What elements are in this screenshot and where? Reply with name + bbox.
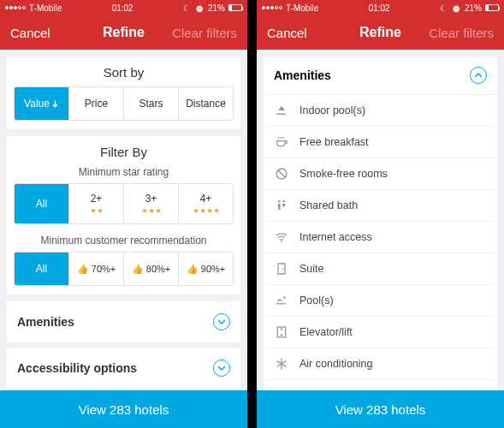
swimmer-icon <box>274 293 289 308</box>
accordion-amenities[interactable]: Amenities <box>7 301 240 342</box>
amenity-shared-bath[interactable]: Shared bath <box>264 190 497 222</box>
amenity-suite[interactable]: Suite <box>264 253 497 285</box>
view-hotels-button[interactable]: View 283 hotels <box>257 390 504 428</box>
moon-icon: ☾ <box>440 3 448 13</box>
star-rating-label: Minimum star rating <box>7 166 240 178</box>
alarm-icon: ⏰ <box>451 3 461 13</box>
rec-segmented: All 👍 70%+ 👍 80%+ 👍 90%+ <box>14 252 234 286</box>
amenity-label: Shared bath <box>299 199 358 211</box>
battery-icon <box>485 4 499 11</box>
page-title: Refine <box>103 25 145 40</box>
coffee-icon <box>274 134 289 150</box>
signal-dots-icon <box>262 6 282 9</box>
stars-2-icon: ★★ <box>90 206 104 215</box>
svg-point-3 <box>283 296 286 299</box>
amenity-children[interactable]: Children's activities <box>264 380 497 390</box>
signal-dots-icon <box>5 6 26 9</box>
alarm-icon: ⏰ <box>194 3 205 13</box>
accordion-accessibility[interactable]: Accessibility options <box>7 348 240 389</box>
amenity-label: Suite <box>299 263 324 275</box>
accordion-label: Accessibility options <box>17 361 137 375</box>
screen-amenities: T-Mobile 01:02 ☾ ⏰ 21% Cancel Refine Cle… <box>257 0 504 428</box>
amenity-label: Pool(s) <box>299 294 334 306</box>
svg-point-1 <box>278 200 281 203</box>
rec-option-all[interactable]: All <box>15 253 69 285</box>
star-option-4plus[interactable]: 4+★★★★ <box>179 184 233 223</box>
chevron-down-icon <box>213 313 230 330</box>
amenity-ac[interactable]: Air conditioning <box>264 348 497 380</box>
clock-label: 01:02 <box>369 3 390 13</box>
amenity-label: Smoke-free rooms <box>299 168 388 180</box>
star-option-3plus[interactable]: 3+★★★ <box>124 184 179 223</box>
sort-title: Sort by <box>7 65 240 80</box>
sort-segmented: Value➔ Price Stars Distance <box>14 86 234 121</box>
clock-label: 01:02 <box>112 3 133 13</box>
star-option-all[interactable]: All <box>15 184 69 223</box>
amenity-label: Free breakfast <box>299 136 369 148</box>
thumb-up-icon: 👍 <box>77 264 89 274</box>
amenities-title: Amenities <box>274 68 331 82</box>
carrier-label: T-Mobile <box>29 3 62 13</box>
chevron-down-icon <box>213 360 230 377</box>
amenities-list: Indoor pool(s) Free breakfast Smoke-free… <box>264 95 497 390</box>
sort-direction-icon: ➔ <box>50 100 61 108</box>
navbar: Cancel Refine Clear filters <box>0 15 247 50</box>
cancel-button[interactable]: Cancel <box>267 26 335 40</box>
battery-pct: 21% <box>465 3 482 13</box>
thumb-up-icon: 👍 <box>132 264 144 274</box>
content-area: Sort by Value➔ Price Stars Distance Filt… <box>0 50 247 390</box>
sort-option-value[interactable]: Value➔ <box>15 87 69 120</box>
view-hotels-button[interactable]: View 283 hotels <box>0 390 247 428</box>
sort-section: Sort by Value➔ Price Stars Distance <box>7 56 240 129</box>
sort-option-price[interactable]: Price <box>69 87 124 120</box>
star-segmented: All 2+★★ 3+★★★ 4+★★★★ <box>14 183 234 224</box>
filter-section: Filter By Minimum star rating All 2+★★ 3… <box>7 136 240 294</box>
rec-label: Minimum customer recommendation <box>7 235 240 247</box>
content-area: Amenities Indoor pool(s) Free breakfast … <box>257 50 504 390</box>
wifi-icon <box>274 229 289 245</box>
moon-icon: ☾ <box>183 3 191 13</box>
amenity-label: Elevator/lift <box>299 326 353 338</box>
thumb-up-icon: 👍 <box>187 264 199 274</box>
battery-icon <box>228 4 242 11</box>
rec-option-80[interactable]: 👍 80%+ <box>124 253 179 285</box>
sort-option-distance[interactable]: Distance <box>179 87 233 120</box>
page-title: Refine <box>359 25 401 40</box>
chevron-up-icon <box>470 67 487 84</box>
svg-point-2 <box>281 241 282 242</box>
amenity-indoor-pool[interactable]: Indoor pool(s) <box>264 95 497 127</box>
clear-filters-button[interactable]: Clear filters <box>425 26 494 40</box>
elevator-icon <box>274 324 289 340</box>
status-bar: T-Mobile 01:02 ☾ ⏰ 21% <box>257 0 504 15</box>
snowflake-icon <box>274 356 289 372</box>
amenity-label: Air conditioning <box>299 358 372 370</box>
filter-title: Filter By <box>7 145 240 159</box>
rec-option-70[interactable]: 👍 70%+ <box>69 253 124 285</box>
amenity-internet[interactable]: Internet access <box>264 222 497 253</box>
restroom-icon <box>274 198 289 213</box>
navbar: Cancel Refine Clear filters <box>257 15 504 50</box>
amenity-smoke-free[interactable]: Smoke-free rooms <box>264 158 497 190</box>
battery-pct: 21% <box>208 3 225 13</box>
amenity-label: Internet access <box>299 231 372 243</box>
pool-icon <box>274 103 289 118</box>
cancel-button[interactable]: Cancel <box>10 26 79 40</box>
sort-option-stars[interactable]: Stars <box>124 87 179 120</box>
amenity-free-breakfast[interactable]: Free breakfast <box>264 127 497 158</box>
stars-4-icon: ★★★★ <box>193 206 220 215</box>
star-option-2plus[interactable]: 2+★★ <box>69 184 124 223</box>
carrier-label: T-Mobile <box>286 3 318 13</box>
stars-3-icon: ★★★ <box>141 206 162 215</box>
door-icon <box>274 261 289 276</box>
amenity-elevator[interactable]: Elevator/lift <box>264 317 497 348</box>
amenities-header[interactable]: Amenities <box>264 56 497 95</box>
accordion-label: Amenities <box>17 315 74 329</box>
status-bar: T-Mobile 01:02 ☾ ⏰ 21% <box>0 0 247 15</box>
no-smoking-icon <box>274 166 289 181</box>
clear-filters-button[interactable]: Clear filters <box>169 26 237 40</box>
screen-filters: T-Mobile 01:02 ☾ ⏰ 21% Cancel Refine Cle… <box>0 0 247 428</box>
amenity-label: Indoor pool(s) <box>299 104 365 116</box>
rec-option-90[interactable]: 👍 90%+ <box>179 253 233 285</box>
amenity-pool[interactable]: Pool(s) <box>264 285 497 317</box>
